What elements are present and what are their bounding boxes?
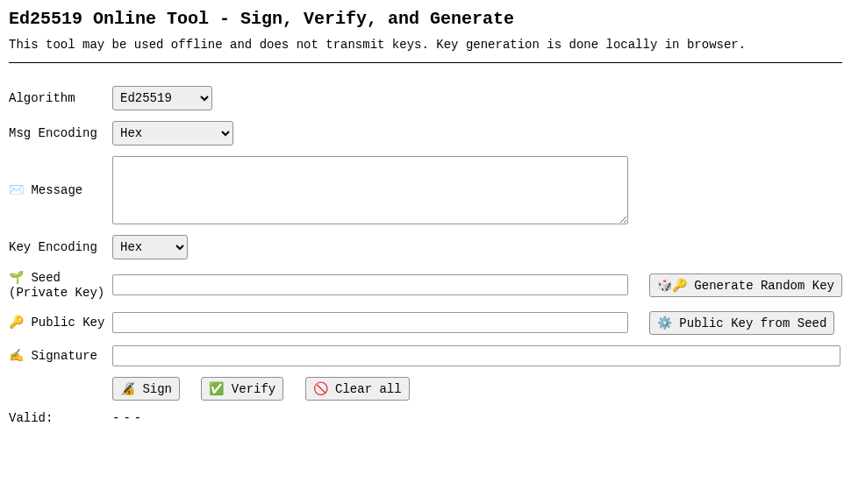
clear-all-button[interactable]: 🚫 Clear all [305,377,410,401]
check-icon: ✅ [209,381,224,395]
key-icon: 🔑 [672,278,687,292]
writing-hand-icon: ✍️ [9,348,24,362]
key-icon: 🔑 [9,315,24,329]
page-subtitle: This tool may be used offline and does n… [9,38,842,52]
no-entry-icon: 🚫 [313,381,328,395]
msg-encoding-select[interactable]: Hex [112,121,233,146]
valid-result: --- [112,411,145,425]
sign-button[interactable]: 🔏 Sign [112,377,180,401]
label-msg-encoding: Msg Encoding [9,121,112,146]
label-key-encoding: Key Encoding [9,235,112,259]
signature-input[interactable] [112,345,840,366]
public-key-from-seed-button[interactable]: ⚙️ Public Key from Seed [649,311,834,335]
envelope-icon: ✉️ [9,182,24,196]
algorithm-select[interactable]: Ed25519 [112,86,212,110]
page-title: Ed25519 Online Tool - Sign, Verify, and … [9,9,842,29]
label-signature: ✍️ Signature [9,345,112,366]
key-encoding-select[interactable]: Hex [112,235,188,259]
message-input[interactable] [112,156,628,224]
dice-icon: 🎲 [657,278,672,292]
lock-icon: 🔏 [120,381,135,395]
label-valid: Valid: [9,411,112,426]
generate-random-key-button[interactable]: 🎲🔑 Generate Random Key [649,273,842,297]
verify-button[interactable]: ✅ Verify [201,377,283,401]
label-public-key: 🔑 Public Key [9,311,112,335]
divider [9,62,842,63]
seed-input[interactable] [112,274,628,295]
gear-icon: ⚙️ [657,316,672,330]
label-seed: 🌱 Seed (Private Key) [9,270,112,301]
label-algorithm: Algorithm [9,86,112,110]
label-message: ✉️ Message [9,156,112,224]
public-key-input[interactable] [112,312,628,333]
seedling-icon: 🌱 [9,270,24,284]
